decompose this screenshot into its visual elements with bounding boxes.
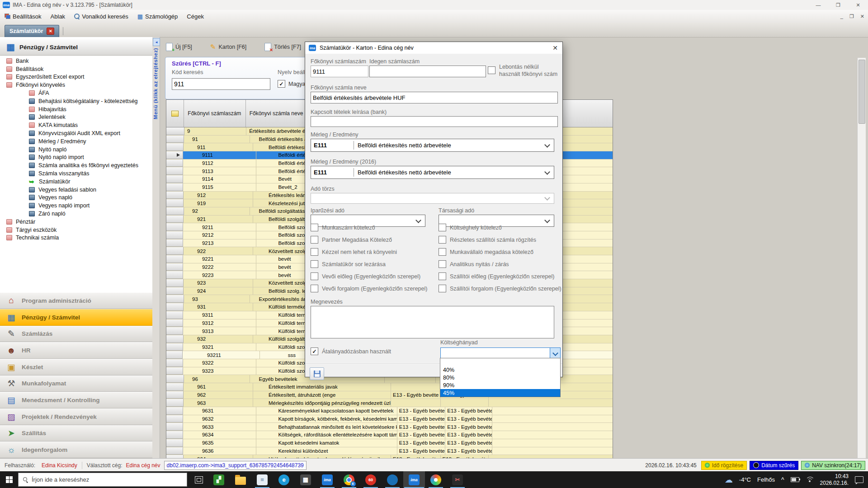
checkbox[interactable] bbox=[311, 285, 318, 292]
edge-icon[interactable]: e bbox=[273, 471, 295, 488]
sidebar-item-számlatükör[interactable]: ➥Számlatükör bbox=[0, 178, 152, 186]
checkbox[interactable] bbox=[439, 285, 446, 292]
battery-icon[interactable] bbox=[791, 477, 799, 482]
atalany-checkbox[interactable] bbox=[311, 347, 318, 355]
checkbox[interactable] bbox=[439, 224, 446, 231]
sidebar-item-mérleg-eredmény[interactable]: Mérleg / Eredmény bbox=[0, 137, 152, 145]
checkbox[interactable] bbox=[311, 272, 318, 280]
ima-app-icon[interactable]: ima bbox=[316, 471, 338, 488]
karton-button[interactable]: ✎Karton [F6] bbox=[207, 41, 250, 53]
module-projektek-rendezv-nyek[interactable]: ▨Projektek / Rendezvények bbox=[0, 408, 152, 425]
row-selector[interactable] bbox=[166, 231, 183, 239]
module-idegenforgalom[interactable]: ☼Idegenforgalom bbox=[0, 441, 152, 458]
sidebar-item-főkönyvi-könyvelés[interactable]: Főkönyvi könyvelés bbox=[0, 81, 152, 89]
weather-text[interactable]: Felhős bbox=[757, 476, 775, 483]
tab-szamlatukor[interactable]: Számlatükör ✕ bbox=[5, 25, 59, 37]
dropdown-option[interactable]: 45% bbox=[440, 389, 560, 397]
module-program-adminisztr-ci-[interactable]: ⌂Program adminisztráció bbox=[0, 292, 152, 309]
checkbox[interactable] bbox=[439, 260, 446, 268]
sidebar-item-záró-napló[interactable]: Záró napló bbox=[0, 210, 152, 218]
sidebar-item-nyitó-napló-import[interactable]: Nyitó napló import bbox=[0, 154, 152, 162]
sidebar-item-áfa[interactable]: ÁFA bbox=[0, 89, 152, 97]
datum-szures-button[interactable]: Dátum szűrés bbox=[750, 461, 798, 470]
sidebar-item-jelentések[interactable]: Jelentések bbox=[0, 113, 152, 122]
delete-button[interactable]: ✕Törlés [F7] bbox=[261, 41, 304, 53]
new-button[interactable]: +Új [F5] bbox=[163, 41, 195, 53]
wifi-icon[interactable] bbox=[806, 477, 814, 483]
szamla-neve-field[interactable]: Belföldi értékesítés árbevétele HUF bbox=[311, 92, 558, 103]
checkbox[interactable] bbox=[439, 272, 446, 280]
file-explorer-icon[interactable] bbox=[230, 471, 251, 488]
checkbox[interactable] bbox=[439, 236, 446, 244]
save-button[interactable] bbox=[310, 367, 324, 380]
close-icon[interactable]: ✕ bbox=[848, 0, 868, 10]
sidebar-item-hibajavítás[interactable]: Hibajavítás bbox=[0, 105, 152, 113]
row-selector[interactable] bbox=[166, 207, 184, 215]
menu-item-ablak[interactable]: Ablak bbox=[46, 10, 70, 23]
row-selector[interactable] bbox=[166, 127, 184, 135]
row-selector[interactable] bbox=[166, 255, 183, 263]
sidebar-item-technikai-számla[interactable]: Technikai számla bbox=[0, 234, 152, 242]
row-selector[interactable] bbox=[166, 351, 183, 359]
timer-60-icon[interactable]: 60 bbox=[360, 471, 382, 488]
menu-collapse-strip[interactable]: ◂ Menü (klikk az elrejtéshez) bbox=[152, 37, 160, 458]
table-row[interactable]: 9632Kapott bírságok, kötbérek, fekbérek,… bbox=[166, 415, 613, 423]
row-selector[interactable] bbox=[166, 407, 183, 415]
sidebar-item-kata-kimutatás[interactable]: KATA kimutatás bbox=[0, 121, 152, 129]
table-row[interactable]: 9634Költségek, ráfordítások ellentételez… bbox=[166, 431, 613, 439]
row-selector[interactable] bbox=[166, 287, 184, 295]
row-selector[interactable] bbox=[166, 343, 183, 351]
weather-cloud-icon[interactable]: ☁ bbox=[725, 475, 733, 485]
table-row[interactable]: 9631Káreseményekkel kapcsolatosan kapott… bbox=[166, 407, 613, 415]
magyar-checkbox[interactable] bbox=[278, 80, 285, 88]
checkbox[interactable] bbox=[439, 248, 446, 256]
ido-rogzitese-button[interactable]: Idő rögzítése bbox=[701, 461, 747, 470]
row-selector[interactable] bbox=[166, 439, 183, 447]
dropdown-option[interactable]: 40% bbox=[440, 366, 560, 374]
sidebar-item-számla-visszanyitás[interactable]: Számla visszanyitás bbox=[0, 169, 152, 178]
module-menedzsment-kontrolling[interactable]: ▤Menedzsment / Kontrolling bbox=[0, 392, 152, 408]
row-selector[interactable] bbox=[166, 247, 184, 255]
row-selector[interactable] bbox=[166, 431, 183, 439]
row-selector[interactable] bbox=[166, 263, 183, 271]
nav-szinkron-button[interactable]: NAV szinkron(24:17) bbox=[801, 461, 865, 470]
merleg-combo[interactable]: E111 Belföldi értékesítés nettó árbevéte… bbox=[311, 139, 554, 152]
row-selector[interactable] bbox=[166, 295, 184, 303]
menu-item-cégek[interactable]: Cégek bbox=[182, 10, 208, 23]
row-selector[interactable] bbox=[166, 383, 184, 391]
module-sz-ml-z-s[interactable]: ✎Számlázás bbox=[0, 326, 152, 343]
tab-close-icon[interactable]: ✕ bbox=[47, 28, 54, 35]
menu-item-beállítások[interactable]: Beállítások bbox=[0, 10, 46, 23]
row-selector[interactable] bbox=[166, 239, 183, 247]
mdi-button[interactable]: ❐ bbox=[849, 14, 854, 19]
fokonyvi-szamlaszam-field[interactable]: 9111 bbox=[311, 66, 368, 77]
table-header-code[interactable]: Főkönyvi számlaszám bbox=[184, 100, 245, 127]
sidebar-item-nyitó-napló[interactable]: Nyitó napló bbox=[0, 145, 152, 154]
module-munkafolyamat[interactable]: ⚒Munkafolyamat bbox=[0, 375, 152, 392]
calculator-icon[interactable]: ▦ bbox=[295, 471, 316, 488]
row-selector[interactable] bbox=[166, 359, 183, 367]
sidebar-item-vegyes-napló-import[interactable]: Vegyes napló import bbox=[0, 202, 152, 210]
minimize-icon[interactable]: — bbox=[808, 0, 828, 10]
sidebar-item-egyszerűsített-excel-export[interactable]: Egyszerűsített Excel export bbox=[0, 73, 152, 81]
chrome-icon[interactable]: E bbox=[338, 471, 360, 488]
notepad-icon[interactable]: ≡ bbox=[251, 471, 273, 488]
module-sz-ll-t-s[interactable]: ➤Szállítás bbox=[0, 425, 152, 442]
kapcsolt-field[interactable] bbox=[311, 116, 558, 127]
sidebar-item-vegyes-feladási-sablon[interactable]: Vegyes feladási sablon bbox=[0, 186, 152, 194]
mdi-window-buttons[interactable]: _❐✕ bbox=[840, 10, 864, 23]
row-selector[interactable] bbox=[166, 216, 184, 223]
row-selector[interactable] bbox=[166, 335, 184, 343]
sidebar-item-beállítások[interactable]: Beállítások bbox=[0, 65, 152, 73]
menu-item-vonalkód-keresés[interactable]: Vonalkód keresés bbox=[70, 10, 133, 23]
module-hr[interactable]: ☻HR bbox=[0, 342, 152, 359]
sidebar-item-tárgyi-eszközök[interactable]: Tárgyi eszközök bbox=[0, 226, 152, 234]
row-selector[interactable] bbox=[166, 319, 183, 327]
merleg2016-combo[interactable]: E111 Belföldi értékesítés nettó árbevéte… bbox=[311, 166, 554, 179]
row-selector[interactable] bbox=[166, 399, 184, 407]
row-selector[interactable] bbox=[166, 303, 184, 311]
mdi-button[interactable]: ✕ bbox=[860, 14, 864, 19]
sidebar-item-bank[interactable]: Bank bbox=[0, 57, 152, 65]
row-selector[interactable] bbox=[166, 391, 184, 399]
taskbar-clock[interactable]: 10:43 2026.02.16. bbox=[820, 473, 849, 487]
